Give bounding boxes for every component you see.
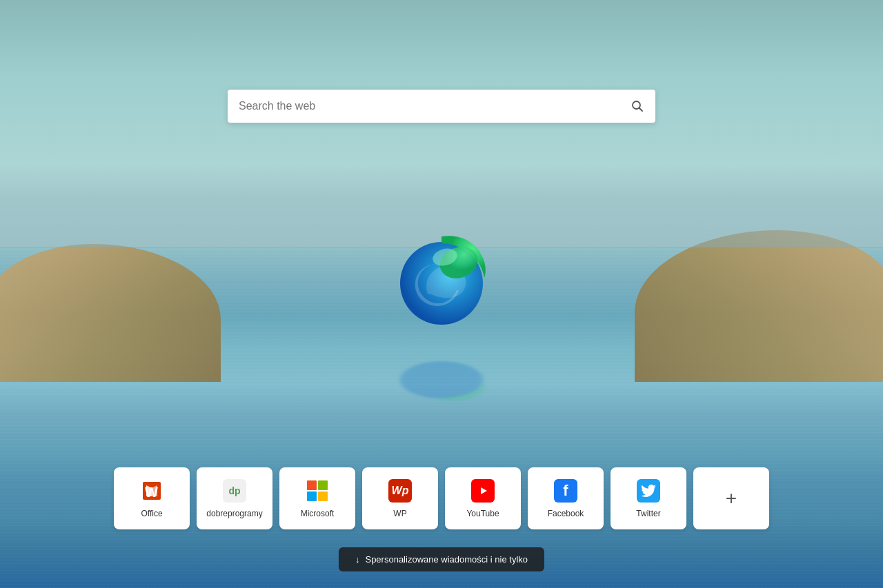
quick-link-dobreprogramy[interactable]: dp dobreprogramy — [197, 467, 272, 529]
facebook-label: Facebook — [548, 509, 584, 518]
microsoft-label: Microsoft — [301, 509, 335, 518]
search-button[interactable] — [619, 90, 655, 123]
quick-link-microsoft[interactable]: Microsoft — [279, 467, 355, 529]
ms-blue — [307, 491, 317, 501]
quick-link-office[interactable]: W Office — [114, 467, 190, 529]
twitter-icon — [636, 478, 661, 503]
facebook-icon: f — [553, 478, 578, 503]
svg-line-1 — [639, 108, 643, 112]
quick-links-row: W Office dp dobreprogramy Microsoft — [114, 467, 769, 529]
bottom-banner[interactable]: ↓ Spersonalizowane wiadomości i nie tylk… — [339, 547, 544, 571]
svg-text:W: W — [145, 485, 158, 500]
ms-red — [307, 480, 317, 490]
search-container — [228, 90, 655, 123]
quick-link-youtube[interactable]: YouTube — [445, 467, 521, 529]
dobreprogramy-label: dobreprogramy — [206, 509, 262, 518]
wp-icon: Wp — [388, 478, 413, 503]
edge-logo-reflection — [386, 355, 497, 405]
quick-link-wp[interactable]: Wp WP — [362, 467, 438, 529]
twitter-label: Twitter — [636, 509, 660, 518]
edge-logo — [386, 228, 497, 338]
office-icon: W — [139, 478, 164, 503]
search-input[interactable] — [228, 90, 655, 123]
add-icon: + — [719, 486, 744, 511]
dobreprogramy-icon: dp — [222, 478, 247, 503]
edge-logo-container — [386, 228, 497, 338]
wp-text: Wp — [392, 485, 409, 497]
youtube-icon — [470, 478, 495, 503]
bottom-banner-arrow: ↓ — [355, 554, 360, 565]
ms-yellow — [318, 491, 328, 501]
search-icon — [631, 100, 644, 112]
ms-green — [318, 480, 328, 490]
wp-label: WP — [393, 509, 406, 518]
dp-text: dp — [228, 485, 240, 496]
youtube-label: YouTube — [466, 509, 499, 518]
svg-point-5 — [400, 361, 483, 398]
twitter-bird-icon — [641, 485, 656, 497]
bottom-banner-text: Spersonalizowane wiadomości i nie tylko — [365, 554, 528, 565]
quick-link-facebook[interactable]: f Facebook — [528, 467, 604, 529]
quick-link-add[interactable]: + — [693, 467, 769, 529]
microsoft-icon — [305, 478, 330, 503]
office-label: Office — [141, 509, 162, 518]
facebook-f-letter: f — [563, 482, 568, 500]
quick-link-twitter[interactable]: Twitter — [611, 467, 686, 529]
youtube-play-icon — [475, 485, 490, 496]
